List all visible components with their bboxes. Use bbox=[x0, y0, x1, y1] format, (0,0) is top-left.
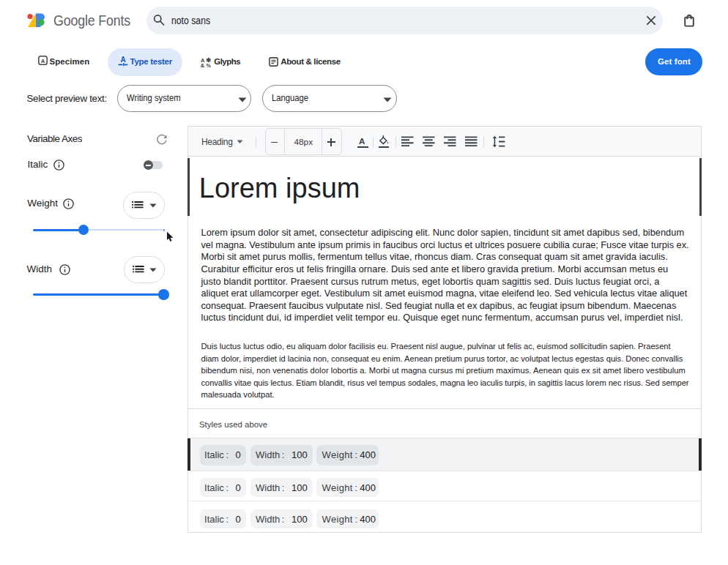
svg-text:&: & bbox=[201, 63, 205, 69]
svg-text:A: A bbox=[41, 58, 45, 64]
svg-text:A: A bbox=[120, 56, 125, 64]
svg-text:%: % bbox=[206, 62, 211, 68]
